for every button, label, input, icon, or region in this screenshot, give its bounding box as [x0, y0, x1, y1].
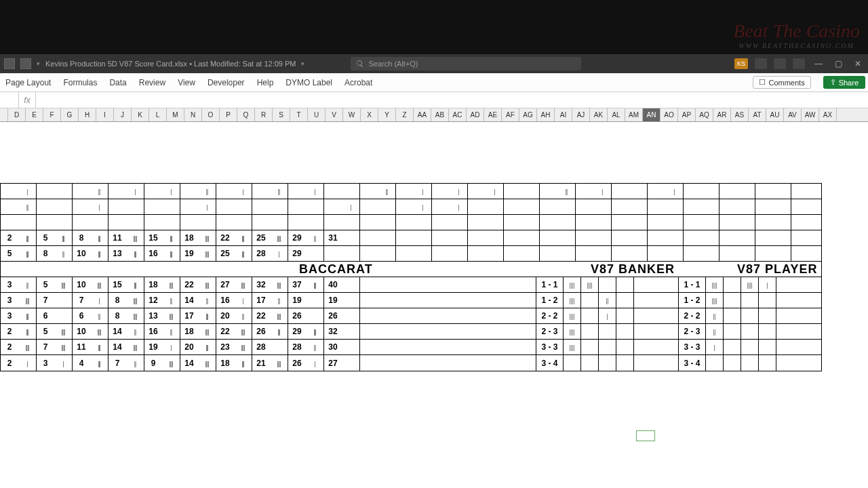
score-num: [324, 246, 342, 261]
col-header-E[interactable]: E: [26, 108, 43, 121]
col-header-P[interactable]: P: [220, 108, 237, 121]
col-header-U[interactable]: U: [308, 108, 326, 121]
tally-marks: |||: [90, 246, 108, 261]
tally-marks: [378, 199, 395, 214]
score-num: [37, 215, 54, 230]
ribbon-tab[interactable]: View: [178, 78, 195, 87]
col-header-AD[interactable]: AD: [467, 108, 484, 121]
title-banker: V87 BANKER: [591, 262, 675, 277]
ribbon-tab[interactable]: Page Layout: [5, 78, 51, 87]
col-header-AN[interactable]: AN: [643, 108, 660, 121]
col-header-L[interactable]: L: [149, 108, 167, 121]
qat-dropdown-icon[interactable]: ▾: [37, 60, 40, 67]
save-icon[interactable]: [20, 58, 31, 69]
col-header-S[interactable]: S: [273, 108, 290, 121]
col-header-AU[interactable]: AU: [766, 108, 784, 121]
ribbon-tab[interactable]: Help: [257, 78, 274, 87]
col-header-AF[interactable]: AF: [502, 108, 519, 121]
v87-tally: ||||: [564, 277, 581, 292]
tool-icon[interactable]: [793, 58, 805, 69]
tally-marks: [593, 215, 611, 230]
score-num: 2: [1, 355, 18, 371]
comments-button[interactable]: ☐ Comments: [753, 76, 810, 89]
col-header-AM[interactable]: AM: [625, 108, 643, 121]
col-header-AA[interactable]: AA: [414, 108, 431, 121]
col-header-AJ[interactable]: AJ: [572, 108, 590, 121]
ribbon-tab[interactable]: Formulas: [63, 78, 97, 87]
col-header-AB[interactable]: AB: [431, 108, 449, 121]
ribbon-tab[interactable]: Review: [139, 78, 165, 87]
col-header-W[interactable]: W: [343, 108, 361, 121]
col-header-V[interactable]: V: [326, 108, 343, 121]
v87-tally: [616, 340, 634, 354]
score-num: 8: [37, 246, 54, 261]
col-header-AW[interactable]: AW: [802, 108, 819, 121]
account-badge[interactable]: KS: [734, 58, 748, 69]
ribbon-tab[interactable]: Acrobat: [344, 78, 372, 87]
name-box[interactable]: [0, 92, 19, 108]
score-num: [540, 184, 557, 199]
col-header-AP[interactable]: AP: [678, 108, 696, 121]
col-header-AG[interactable]: AG: [519, 108, 537, 121]
ribbon-tab[interactable]: Developer: [208, 78, 245, 87]
col-header-AE[interactable]: AE: [484, 108, 502, 121]
v87-tally: [759, 308, 776, 323]
col-header-Z[interactable]: Z: [396, 108, 414, 121]
score-num: 7: [37, 340, 54, 354]
col-header-N[interactable]: N: [184, 108, 202, 121]
col-header-F[interactable]: F: [43, 108, 61, 121]
col-header-AO[interactable]: AO: [660, 108, 678, 121]
score-num: [648, 230, 665, 245]
tally-marks: |||: [126, 246, 144, 261]
column-headers[interactable]: DEFGHIJKLMNOPQRSTUVWXYZAAABACADAEAFAGAHA…: [0, 108, 868, 122]
v87-tally: [599, 340, 616, 354]
col-header-T[interactable]: T: [290, 108, 308, 121]
score-num: 18: [180, 324, 198, 339]
ribbon-tab[interactable]: Data: [109, 78, 126, 87]
col-header-AQ[interactable]: AQ: [696, 108, 713, 121]
active-cell[interactable]: [636, 430, 655, 441]
ribbon-tab[interactable]: DYMO Label: [285, 78, 332, 87]
document-title[interactable]: Kevins Production 5D V87 Score Card.xlsx…: [45, 60, 296, 68]
col-header-AK[interactable]: AK: [590, 108, 608, 121]
col-header-G[interactable]: G: [61, 108, 79, 121]
tally-marks: ||: [378, 184, 395, 199]
share-button[interactable]: ⇪ Share: [823, 76, 865, 89]
close-icon[interactable]: ✕: [852, 59, 864, 68]
v87-banker-label: 3 - 3: [536, 340, 564, 354]
col-header-Q[interactable]: Q: [237, 108, 255, 121]
col-header-AL[interactable]: AL: [608, 108, 625, 121]
col-header-AR[interactable]: AR: [713, 108, 731, 121]
col-header-O[interactable]: O: [202, 108, 220, 121]
score-num: 19: [180, 246, 198, 261]
col-header-R[interactable]: R: [255, 108, 273, 121]
maximize-icon[interactable]: ▢: [832, 59, 845, 68]
col-header-J[interactable]: J: [114, 108, 132, 121]
col-header-H[interactable]: H: [79, 108, 96, 121]
col-header-I[interactable]: I: [96, 108, 114, 121]
score-num: [791, 184, 809, 199]
col-header-X[interactable]: X: [361, 108, 378, 121]
col-header-AI[interactable]: AI: [555, 108, 572, 121]
diamond-icon[interactable]: [774, 58, 786, 69]
fx-icon[interactable]: fx: [19, 96, 35, 105]
sheet-area[interactable]: |||||||||||||||||||||||||||2|||5|||8|||1…: [0, 122, 868, 488]
col-header-AH[interactable]: AH: [537, 108, 555, 121]
title-dropdown-icon[interactable]: ▾: [301, 60, 304, 67]
formula-input[interactable]: [35, 92, 868, 108]
score-num: 3: [1, 277, 18, 292]
col-header-AX[interactable]: AX: [819, 108, 837, 121]
col-header-AT[interactable]: AT: [749, 108, 766, 121]
col-header-M[interactable]: M: [167, 108, 184, 121]
col-header-Y[interactable]: Y: [378, 108, 396, 121]
autosave-icon[interactable]: [4, 58, 15, 69]
face-icon[interactable]: [755, 58, 767, 69]
col-header-AC[interactable]: AC: [449, 108, 467, 121]
col-header-AS[interactable]: AS: [731, 108, 749, 121]
minimize-icon[interactable]: —: [812, 59, 825, 68]
col-header-D[interactable]: D: [8, 108, 26, 121]
score-num: [648, 184, 665, 199]
col-header-K[interactable]: K: [132, 108, 149, 121]
search-box[interactable]: Search (Alt+Q): [351, 57, 581, 70]
col-header-AV[interactable]: AV: [784, 108, 802, 121]
